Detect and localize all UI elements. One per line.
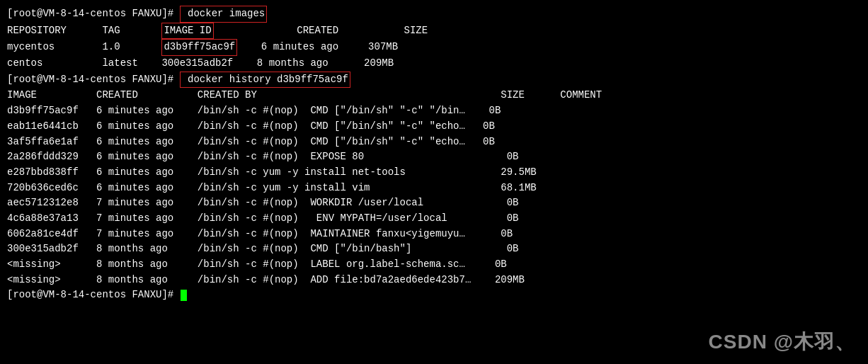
history-row-5: e287bbd838ff 6 minutes ago /bin/sh -c yu…	[7, 165, 861, 181]
final-prompt-line: [root@VM-8-14-centos FANXU]#	[7, 288, 861, 303]
history-row-6: 720b636ced6c 6 minutes ago /bin/sh -c yu…	[7, 181, 861, 196]
history-row-4: 2a286fddd329 6 minutes ago /bin/sh -c #(…	[7, 149, 861, 165]
history-row-10: 300e315adb2f 8 months ago /bin/sh -c #(n…	[7, 241, 861, 257]
prompt-2: [root@VM-8-14-centos FANXU]#	[7, 72, 180, 88]
history-row-1: d3b9ff75ac9f 6 minutes ago /bin/sh -c #(…	[7, 103, 861, 119]
prompt-1: [root@VM-8-14-centos FANXU]#	[7, 6, 180, 22]
history-row-8: 4c6a88e37a13 7 minutes ago /bin/sh -c #(…	[7, 211, 861, 227]
final-prompt: [root@VM-8-14-centos FANXU]#	[7, 288, 180, 303]
history-row-2: eab11e6441cb 6 minutes ago /bin/sh -c #(…	[7, 119, 861, 135]
history-row-9: 6062a81ce4df 7 minutes ago /bin/sh -c #(…	[7, 227, 861, 242]
col-rest-header: CREATED SIZE	[214, 23, 428, 39]
cmd-docker-history: docker history d3b9ff75ac9f	[180, 72, 350, 89]
mycentos-image-id: d3b9ff75ac9f	[161, 39, 237, 56]
cmd-docker-images: docker images	[180, 6, 268, 23]
command-line-1: [root@VM-8-14-centos FANXU]# docker imag…	[7, 6, 861, 23]
cursor	[181, 290, 187, 301]
images-header: REPOSITORY TAG IMAGE ID CREATED SIZE	[7, 23, 861, 40]
mycentos-row: mycentos 1.0 d3b9ff75ac9f 6 minutes ago …	[7, 39, 861, 56]
centos-data: centos latest 300e315adb2f 8 months ago …	[7, 56, 394, 72]
history-row-7: aec5712312e8 7 minutes ago /bin/sh -c #(…	[7, 195, 861, 211]
terminal: [root@VM-8-14-centos FANXU]# docker imag…	[0, 0, 868, 364]
history-row-3: 3af5ffa6e1af 6 minutes ago /bin/sh -c #(…	[7, 135, 861, 150]
col-image-id: IMAGE ID	[161, 23, 213, 40]
history-row-12: <missing> 8 months ago /bin/sh -c #(nop)…	[7, 273, 861, 288]
command-line-2: [root@VM-8-14-centos FANXU]# docker hist…	[7, 72, 861, 89]
centos-row: centos latest 300e315adb2f 8 months ago …	[7, 56, 861, 72]
col-repository: REPOSITORY TAG	[7, 23, 161, 39]
history-col-headers: IMAGE CREATED CREATED BY SIZE COMMENT	[7, 88, 602, 103]
mycentos-rest: 6 minutes ago 307MB	[237, 40, 398, 55]
history-row-11: <missing> 8 months ago /bin/sh -c #(nop)…	[7, 257, 861, 273]
watermark: CSDN @木羽、	[709, 329, 855, 356]
history-header: IMAGE CREATED CREATED BY SIZE COMMENT	[7, 88, 861, 103]
mycentos-repo: mycentos 1.0	[7, 40, 161, 55]
